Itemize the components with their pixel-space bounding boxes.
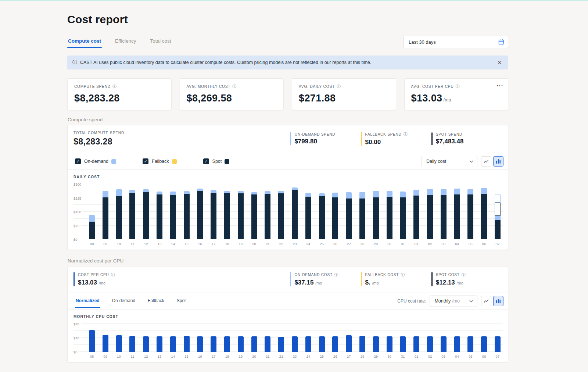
bar-19[interactable]: 19 <box>238 324 244 352</box>
bar-17[interactable]: 17 <box>211 184 216 239</box>
legend-on-demand[interactable]: ✓ On-demand <box>75 158 116 164</box>
line-chart-toggle[interactable] <box>481 296 491 306</box>
bar-10[interactable]: 10 <box>116 324 122 352</box>
info-icon[interactable]: ⓘ <box>401 272 405 278</box>
bar-10[interactable]: 10 <box>116 184 122 239</box>
subtab-on-demand[interactable]: On-demand <box>111 295 136 308</box>
bar-23[interactable]: 23 <box>292 184 298 239</box>
bar-31[interactable]: 31 <box>400 324 406 352</box>
cpu-rate-label: CPU cost rate: <box>397 298 426 304</box>
bar-03[interactable]: 03 <box>441 184 447 239</box>
info-icon[interactable]: ⓘ <box>111 272 115 278</box>
info-icon[interactable]: ⓘ <box>334 272 339 278</box>
subtab-normalized[interactable]: Normalized <box>75 295 100 308</box>
tab-efficiency[interactable]: Efficiency <box>114 35 137 48</box>
legend-fallback[interactable]: ✓ Fallback <box>143 158 177 164</box>
mini-label: ON-DEMAND COST <box>294 273 332 277</box>
bar-30[interactable]: 30 <box>387 184 392 239</box>
bar-27[interactable]: 27 <box>346 324 352 352</box>
bar-13[interactable]: 13 <box>157 184 162 239</box>
checkbox-spot[interactable]: ✓ <box>203 158 209 164</box>
bar-26[interactable]: 26 <box>332 184 338 239</box>
bar-06[interactable]: 06 <box>481 324 487 352</box>
bar-25[interactable]: 25 <box>319 324 325 352</box>
info-icon[interactable]: ⓘ <box>112 84 117 89</box>
bar-20[interactable]: 20 <box>251 184 257 239</box>
info-icon[interactable]: ⓘ <box>462 272 466 278</box>
bar-14[interactable]: 14 <box>170 184 176 239</box>
x-axis-label: 06 <box>482 354 486 358</box>
mini-value: $13.03 /mo <box>78 279 115 286</box>
bar-chart-toggle[interactable] <box>493 156 503 167</box>
bar-21[interactable]: 21 <box>265 184 270 239</box>
bar-01[interactable]: 01 <box>413 184 419 239</box>
bar-segment <box>211 336 216 352</box>
bar-07[interactable]: 07 <box>495 324 501 352</box>
stat-card-compute-spend: COMPUTE SPENDⓘ $8,283.28 <box>67 78 172 110</box>
subtab-fallback[interactable]: Fallback <box>147 295 165 308</box>
legend-spot[interactable]: ✓ Spot <box>203 158 230 164</box>
tab-total-cost[interactable]: Total cost <box>150 35 172 48</box>
bar-29[interactable]: 29 <box>373 324 379 352</box>
bar-09[interactable]: 09 <box>103 184 108 239</box>
bar-02[interactable]: 02 <box>427 184 433 239</box>
bar-23[interactable]: 23 <box>292 324 298 352</box>
bar-18[interactable]: 18 <box>224 184 230 239</box>
bar-05[interactable]: 05 <box>467 184 473 239</box>
bar-14[interactable]: 14 <box>170 324 176 352</box>
bar-02[interactable]: 02 <box>427 324 433 352</box>
bar-17[interactable]: 17 <box>211 324 216 352</box>
bar-15[interactable]: 15 <box>184 184 190 239</box>
bar-11[interactable]: 11 <box>129 324 135 352</box>
bar-30[interactable]: 30 <box>387 324 392 352</box>
bar-24[interactable]: 24 <box>305 324 311 352</box>
bar-13[interactable]: 13 <box>157 324 162 352</box>
more-menu-icon[interactable]: ⋯ <box>496 82 503 90</box>
bar-12[interactable]: 12 <box>143 184 149 239</box>
tab-compute-cost[interactable]: Compute cost <box>67 35 102 48</box>
bar-28[interactable]: 28 <box>359 324 365 352</box>
bar-12[interactable]: 12 <box>143 324 149 352</box>
bar-27[interactable]: 27 <box>346 184 352 239</box>
close-icon[interactable]: ✕ <box>496 58 503 67</box>
bar-16[interactable]: 16 <box>197 184 203 239</box>
bar-06[interactable]: 06 <box>481 184 487 239</box>
bar-04[interactable]: 04 <box>454 184 460 239</box>
bar-29[interactable]: 29 <box>373 184 379 239</box>
bar-16[interactable]: 16 <box>197 324 203 352</box>
bar-28[interactable]: 28 <box>359 184 365 239</box>
checkbox-on-demand[interactable]: ✓ <box>75 158 81 164</box>
bar-07[interactable]: 07 <box>495 184 501 239</box>
granularity-select[interactable]: Daily cost <box>422 156 477 167</box>
bar-01[interactable]: 01 <box>413 324 419 352</box>
date-range-picker[interactable]: Last 30 days <box>403 36 508 48</box>
bar-08[interactable]: 08 <box>89 184 95 239</box>
bar-21[interactable]: 21 <box>265 324 270 352</box>
line-chart-toggle[interactable] <box>481 156 491 167</box>
bar-25[interactable]: 25 <box>319 184 325 239</box>
x-axis-label: 02 <box>428 242 432 246</box>
bar-05[interactable]: 05 <box>467 324 473 352</box>
subtab-spot[interactable]: Spot <box>176 295 187 308</box>
info-icon[interactable]: ⓘ <box>232 84 237 89</box>
bar-chart-toggle[interactable] <box>493 296 503 306</box>
bar-15[interactable]: 15 <box>184 324 190 352</box>
bar-03[interactable]: 03 <box>441 324 447 352</box>
info-icon[interactable]: ⓘ <box>404 132 408 137</box>
info-icon[interactable]: ⓘ <box>337 84 341 89</box>
bar-08[interactable]: 08 <box>89 324 95 352</box>
bar-22[interactable]: 22 <box>278 184 284 239</box>
bar-09[interactable]: 09 <box>103 324 108 352</box>
bar-19[interactable]: 19 <box>238 184 244 239</box>
checkbox-fallback[interactable]: ✓ <box>143 158 148 164</box>
bar-22[interactable]: 22 <box>278 324 284 352</box>
bar-31[interactable]: 31 <box>400 184 406 239</box>
bar-20[interactable]: 20 <box>251 324 257 352</box>
bar-26[interactable]: 26 <box>332 324 338 352</box>
bar-11[interactable]: 11 <box>129 184 135 239</box>
bar-24[interactable]: 24 <box>305 184 311 239</box>
bar-04[interactable]: 04 <box>454 324 460 352</box>
cpu-rate-select[interactable]: Monthly/mo <box>430 296 477 307</box>
bar-18[interactable]: 18 <box>224 324 230 352</box>
info-icon[interactable]: ⓘ <box>456 84 460 89</box>
